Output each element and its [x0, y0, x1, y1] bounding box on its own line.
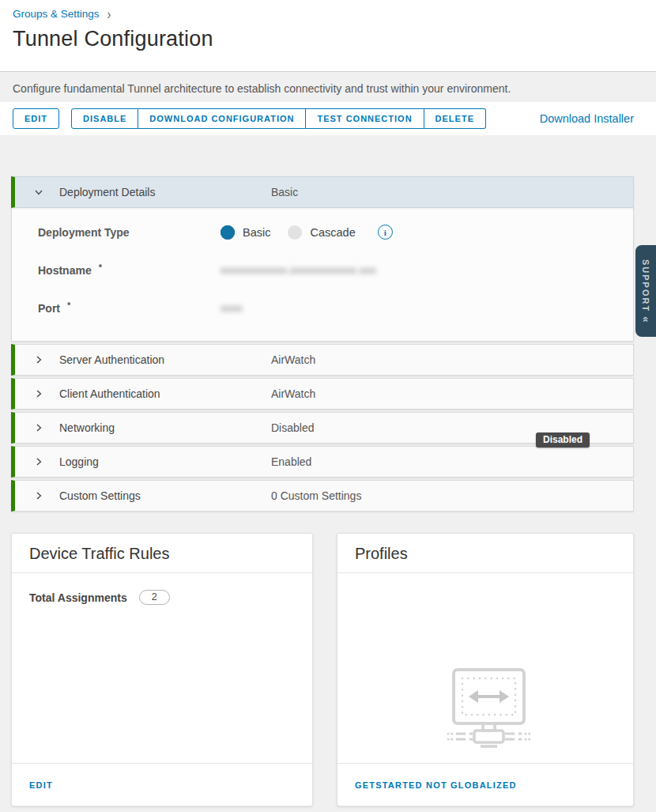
- profiles-card: Profiles: [337, 533, 634, 806]
- hostname-label-text: Hostname: [38, 264, 92, 277]
- port-field: Port * xxxx: [12, 300, 633, 315]
- empty-profiles-monitor-icon: [437, 667, 533, 757]
- port-value-redacted: xxxx: [221, 302, 243, 314]
- assignments-count-badge[interactable]: 2: [139, 590, 170, 605]
- breadcrumb-groups-settings-link[interactable]: Groups & Settings: [13, 8, 100, 20]
- support-tab-label: SUPPORT: [641, 259, 650, 312]
- tunnel-configuration-page: Groups & Settings › Tunnel Configuration…: [0, 0, 656, 812]
- disable-button[interactable]: DISABLE: [71, 108, 138, 129]
- chevron-down-icon: [33, 187, 44, 198]
- accordion-deployment-details-header[interactable]: Deployment Details Basic: [11, 176, 634, 208]
- accordion-section-value: AirWatch: [271, 387, 315, 400]
- accordion-section-value: Basic: [271, 186, 298, 198]
- page-title: Tunnel Configuration: [13, 27, 643, 51]
- toolbar: EDIT DISABLE DOWNLOAD CONFIGURATION TEST…: [0, 102, 656, 135]
- required-marker: *: [67, 300, 70, 313]
- accordion-section-label: Logging: [59, 455, 99, 468]
- profiles-body: [337, 573, 633, 763]
- deployment-details-panel: Deployment Type Basic Cascade i Hostname…: [11, 208, 634, 342]
- accordion-logging-row[interactable]: Logging Enabled: [11, 446, 634, 478]
- hostname-field: Hostname * xxxxxxxxxxxx.xxxxxxxxxxxx.xxx: [12, 262, 633, 278]
- accordion-section-value: Enabled: [271, 455, 311, 468]
- hostname-label: Hostname *: [38, 264, 221, 277]
- page-description: Configure fundamental Tunnel architectur…: [0, 72, 656, 102]
- info-icon[interactable]: i: [378, 225, 393, 240]
- support-tab[interactable]: SUPPORT «: [635, 245, 656, 337]
- radio-cascade-label[interactable]: Cascade: [310, 226, 355, 239]
- radio-cascade-icon[interactable]: [288, 225, 302, 240]
- support-tab-label-wrap: SUPPORT «: [640, 259, 652, 322]
- delete-button[interactable]: DELETE: [424, 108, 486, 129]
- collapse-chevron-icon: «: [640, 317, 652, 323]
- radio-basic-selected-icon[interactable]: [221, 225, 235, 240]
- accordion-section-value: Disabled: [271, 421, 314, 434]
- deployment-type-radio-group: Basic Cascade i: [221, 225, 393, 240]
- accordion-section-label: Client Authentication: [59, 387, 160, 400]
- chevron-right-icon: [33, 490, 44, 501]
- accordion-server-authentication-row[interactable]: Server Authentication AirWatch: [11, 344, 634, 376]
- accordion-section-label: Networking: [59, 421, 115, 434]
- required-marker: *: [99, 262, 102, 275]
- download-configuration-button[interactable]: DOWNLOAD CONFIGURATION: [138, 108, 306, 129]
- chevron-right-icon: [33, 422, 44, 433]
- page-header: Groups & Settings › Tunnel Configuration: [0, 0, 656, 72]
- accordion-client-authentication-row[interactable]: Client Authentication AirWatch: [11, 378, 634, 410]
- accordion-section-label: Server Authentication: [59, 353, 164, 366]
- accordion-section-value: 0 Custom Settings: [271, 489, 361, 502]
- chevron-right-icon: [33, 354, 44, 365]
- device-traffic-rules-body: Total Assignments 2: [12, 573, 312, 763]
- chevron-right-icon: [33, 388, 44, 399]
- total-assignments-label: Total Assignments: [29, 591, 127, 604]
- breadcrumb: Groups & Settings ›: [13, 8, 643, 20]
- device-traffic-rules-footer: EDIT: [12, 763, 312, 806]
- radio-basic-label[interactable]: Basic: [243, 226, 270, 239]
- edit-button[interactable]: EDIT: [13, 108, 59, 129]
- configuration-accordion: Deployment Details Basic Deployment Type…: [11, 176, 634, 512]
- download-installer-link[interactable]: Download Installer: [540, 112, 634, 125]
- accordion-section-label: Custom Settings: [59, 489, 141, 502]
- breadcrumb-chevron-icon: ›: [107, 7, 111, 21]
- test-connection-button[interactable]: TEST CONNECTION: [306, 108, 424, 129]
- deployment-type-field: Deployment Type Basic Cascade i: [12, 225, 633, 240]
- getstarted-link[interactable]: GETSTARTED NOT GLOBALIZED: [355, 780, 517, 790]
- accordion-section-value: AirWatch: [271, 353, 315, 366]
- hostname-value-redacted: xxxxxxxxxxxx.xxxxxxxxxxxx.xxx: [221, 264, 376, 276]
- edit-traffic-rules-link[interactable]: EDIT: [29, 780, 53, 790]
- total-assignments-row: Total Assignments 2: [29, 590, 295, 605]
- device-traffic-rules-title: Device Traffic Rules: [12, 534, 312, 573]
- accordion-custom-settings-row[interactable]: Custom Settings 0 Custom Settings: [11, 480, 634, 512]
- chevron-right-icon: [33, 456, 44, 467]
- profiles-title: Profiles: [337, 534, 633, 573]
- device-traffic-rules-card: Device Traffic Rules Total Assignments 2…: [11, 533, 313, 806]
- deployment-type-label: Deployment Type: [38, 226, 221, 239]
- port-label-text: Port: [38, 302, 60, 315]
- port-label: Port *: [38, 302, 221, 315]
- cards-row: Device Traffic Rules Total Assignments 2…: [11, 533, 634, 806]
- disabled-tooltip: Disabled: [536, 432, 590, 448]
- accordion-section-label: Deployment Details: [59, 186, 155, 198]
- profiles-footer: GETSTARTED NOT GLOBALIZED: [337, 763, 633, 806]
- toolbar-button-group: DISABLE DOWNLOAD CONFIGURATION TEST CONN…: [71, 108, 486, 129]
